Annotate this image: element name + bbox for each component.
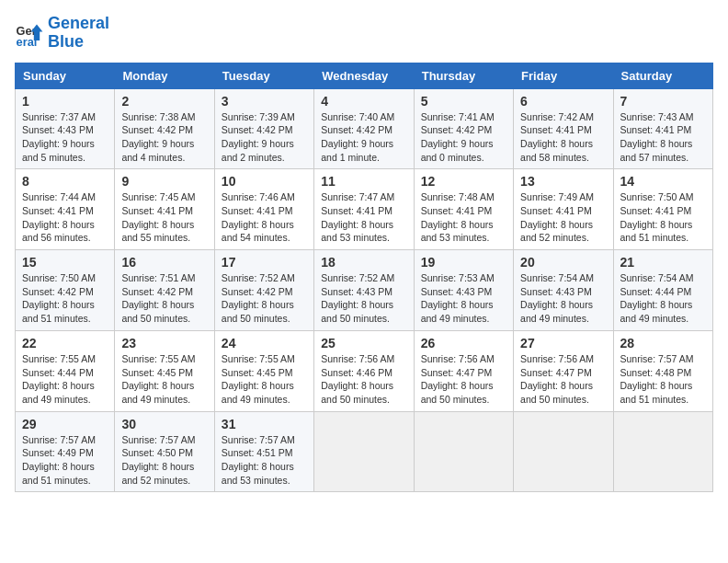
col-header-monday: Monday xyxy=(115,63,214,88)
day-cell: 22Sunrise: 7:55 AM Sunset: 4:44 PM Dayli… xyxy=(16,330,115,411)
day-info: Sunrise: 7:49 AM Sunset: 4:41 PM Dayligh… xyxy=(520,190,606,245)
col-header-sunday: Sunday xyxy=(16,63,115,88)
day-cell: 25Sunrise: 7:56 AM Sunset: 4:46 PM Dayli… xyxy=(314,330,414,411)
day-number: 25 xyxy=(321,336,406,350)
day-info: Sunrise: 7:55 AM Sunset: 4:44 PM Dayligh… xyxy=(22,352,108,407)
day-info: Sunrise: 7:40 AM Sunset: 4:42 PM Dayligh… xyxy=(321,110,406,165)
day-number: 23 xyxy=(121,336,207,350)
col-header-saturday: Saturday xyxy=(613,63,712,88)
day-cell: 12Sunrise: 7:48 AM Sunset: 4:41 PM Dayli… xyxy=(414,169,513,250)
header-row: SundayMondayTuesdayWednesdayThursdayFrid… xyxy=(16,63,713,88)
day-number: 8 xyxy=(22,174,108,189)
week-row-5: 29Sunrise: 7:57 AM Sunset: 4:49 PM Dayli… xyxy=(16,411,713,492)
day-cell: 23Sunrise: 7:55 AM Sunset: 4:45 PM Dayli… xyxy=(115,330,214,411)
day-info: Sunrise: 7:57 AM Sunset: 4:50 PM Dayligh… xyxy=(121,433,207,488)
day-number: 5 xyxy=(421,94,506,109)
day-number: 10 xyxy=(222,174,307,189)
week-row-1: 1Sunrise: 7:37 AM Sunset: 4:43 PM Daylig… xyxy=(16,88,713,169)
day-number: 1 xyxy=(22,94,108,109)
day-info: Sunrise: 7:48 AM Sunset: 4:41 PM Dayligh… xyxy=(421,190,506,245)
day-cell: 1Sunrise: 7:37 AM Sunset: 4:43 PM Daylig… xyxy=(16,88,115,169)
day-number: 31 xyxy=(222,417,307,431)
week-row-4: 22Sunrise: 7:55 AM Sunset: 4:44 PM Dayli… xyxy=(16,330,713,411)
day-cell: 6Sunrise: 7:42 AM Sunset: 4:41 PM Daylig… xyxy=(514,88,613,169)
day-info: Sunrise: 7:51 AM Sunset: 4:42 PM Dayligh… xyxy=(121,271,207,326)
day-info: Sunrise: 7:56 AM Sunset: 4:47 PM Dayligh… xyxy=(421,352,506,407)
day-cell: 19Sunrise: 7:53 AM Sunset: 4:43 PM Dayli… xyxy=(414,250,513,331)
day-cell xyxy=(314,411,414,492)
day-number: 27 xyxy=(520,336,606,350)
day-number: 26 xyxy=(421,336,506,350)
day-info: Sunrise: 7:41 AM Sunset: 4:42 PM Dayligh… xyxy=(421,110,506,165)
day-cell: 9Sunrise: 7:45 AM Sunset: 4:41 PM Daylig… xyxy=(115,169,214,250)
day-number: 16 xyxy=(121,255,207,270)
logo-text-line2: Blue xyxy=(48,33,109,52)
day-cell: 15Sunrise: 7:50 AM Sunset: 4:42 PM Dayli… xyxy=(16,250,115,331)
day-number: 17 xyxy=(222,255,307,270)
col-header-tuesday: Tuesday xyxy=(214,63,313,88)
day-cell: 16Sunrise: 7:51 AM Sunset: 4:42 PM Dayli… xyxy=(115,250,214,331)
day-info: Sunrise: 7:38 AM Sunset: 4:42 PM Dayligh… xyxy=(121,110,207,165)
day-info: Sunrise: 7:42 AM Sunset: 4:41 PM Dayligh… xyxy=(520,110,606,165)
week-row-3: 15Sunrise: 7:50 AM Sunset: 4:42 PM Dayli… xyxy=(16,250,713,331)
day-info: Sunrise: 7:45 AM Sunset: 4:41 PM Dayligh… xyxy=(121,190,207,245)
day-number: 3 xyxy=(222,94,307,109)
day-info: Sunrise: 7:55 AM Sunset: 4:45 PM Dayligh… xyxy=(222,352,307,407)
day-info: Sunrise: 7:44 AM Sunset: 4:41 PM Dayligh… xyxy=(22,190,108,245)
day-cell: 30Sunrise: 7:57 AM Sunset: 4:50 PM Dayli… xyxy=(115,411,214,492)
day-info: Sunrise: 7:53 AM Sunset: 4:43 PM Dayligh… xyxy=(421,271,506,326)
day-number: 28 xyxy=(620,336,706,350)
day-number: 29 xyxy=(22,417,108,431)
day-cell: 4Sunrise: 7:40 AM Sunset: 4:42 PM Daylig… xyxy=(314,88,414,169)
day-number: 7 xyxy=(620,94,706,109)
day-info: Sunrise: 7:56 AM Sunset: 4:47 PM Dayligh… xyxy=(520,352,606,407)
day-cell: 2Sunrise: 7:38 AM Sunset: 4:42 PM Daylig… xyxy=(115,88,214,169)
day-cell xyxy=(514,411,613,492)
logo: Gen eral General Blue xyxy=(15,15,109,52)
day-cell xyxy=(613,411,712,492)
day-cell: 20Sunrise: 7:54 AM Sunset: 4:43 PM Dayli… xyxy=(514,250,613,331)
day-cell: 29Sunrise: 7:57 AM Sunset: 4:49 PM Dayli… xyxy=(16,411,115,492)
day-number: 9 xyxy=(121,174,207,189)
col-header-thursday: Thursday xyxy=(414,63,513,88)
day-number: 20 xyxy=(520,255,606,270)
col-header-wednesday: Wednesday xyxy=(314,63,414,88)
day-cell: 3Sunrise: 7:39 AM Sunset: 4:42 PM Daylig… xyxy=(214,88,313,169)
day-cell: 18Sunrise: 7:52 AM Sunset: 4:43 PM Dayli… xyxy=(314,250,414,331)
day-cell: 14Sunrise: 7:50 AM Sunset: 4:41 PM Dayli… xyxy=(613,169,712,250)
day-info: Sunrise: 7:50 AM Sunset: 4:41 PM Dayligh… xyxy=(620,190,706,245)
page-header: Gen eral General Blue xyxy=(15,15,713,52)
day-number: 13 xyxy=(520,174,606,189)
day-info: Sunrise: 7:39 AM Sunset: 4:42 PM Dayligh… xyxy=(222,110,307,165)
day-info: Sunrise: 7:57 AM Sunset: 4:51 PM Dayligh… xyxy=(222,433,307,488)
day-info: Sunrise: 7:54 AM Sunset: 4:44 PM Dayligh… xyxy=(620,271,706,326)
day-cell: 26Sunrise: 7:56 AM Sunset: 4:47 PM Dayli… xyxy=(414,330,513,411)
day-cell: 21Sunrise: 7:54 AM Sunset: 4:44 PM Dayli… xyxy=(613,250,712,331)
day-cell: 8Sunrise: 7:44 AM Sunset: 4:41 PM Daylig… xyxy=(16,169,115,250)
day-number: 4 xyxy=(321,94,406,109)
day-cell: 11Sunrise: 7:47 AM Sunset: 4:41 PM Dayli… xyxy=(314,169,414,250)
day-number: 22 xyxy=(22,336,108,350)
day-info: Sunrise: 7:52 AM Sunset: 4:43 PM Dayligh… xyxy=(321,271,406,326)
day-number: 30 xyxy=(121,417,207,431)
day-number: 2 xyxy=(121,94,207,109)
day-number: 24 xyxy=(222,336,307,350)
day-cell: 5Sunrise: 7:41 AM Sunset: 4:42 PM Daylig… xyxy=(414,88,513,169)
day-info: Sunrise: 7:55 AM Sunset: 4:45 PM Dayligh… xyxy=(121,352,207,407)
week-row-2: 8Sunrise: 7:44 AM Sunset: 4:41 PM Daylig… xyxy=(16,169,713,250)
day-number: 19 xyxy=(421,255,506,270)
day-info: Sunrise: 7:46 AM Sunset: 4:41 PM Dayligh… xyxy=(222,190,307,245)
day-info: Sunrise: 7:43 AM Sunset: 4:41 PM Dayligh… xyxy=(620,110,706,165)
logo-text-line1: General xyxy=(48,15,109,33)
day-cell: 28Sunrise: 7:57 AM Sunset: 4:48 PM Dayli… xyxy=(613,330,712,411)
day-number: 18 xyxy=(321,255,406,270)
day-info: Sunrise: 7:50 AM Sunset: 4:42 PM Dayligh… xyxy=(22,271,108,326)
day-cell: 7Sunrise: 7:43 AM Sunset: 4:41 PM Daylig… xyxy=(613,88,712,169)
day-cell: 31Sunrise: 7:57 AM Sunset: 4:51 PM Dayli… xyxy=(214,411,313,492)
logo-icon: Gen eral xyxy=(15,18,44,48)
day-cell: 13Sunrise: 7:49 AM Sunset: 4:41 PM Dayli… xyxy=(514,169,613,250)
day-number: 11 xyxy=(321,174,406,189)
day-info: Sunrise: 7:52 AM Sunset: 4:42 PM Dayligh… xyxy=(222,271,307,326)
day-cell xyxy=(414,411,513,492)
day-info: Sunrise: 7:57 AM Sunset: 4:49 PM Dayligh… xyxy=(22,433,108,488)
